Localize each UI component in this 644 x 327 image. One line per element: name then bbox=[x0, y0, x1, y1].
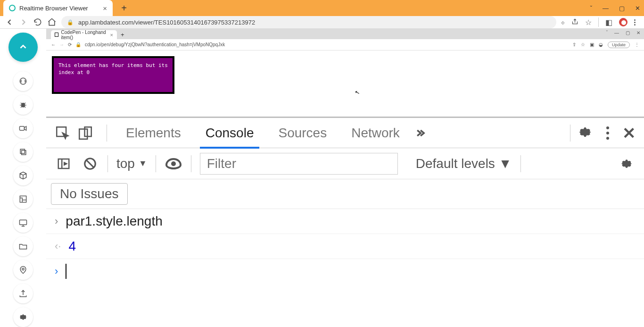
panel-icon[interactable]: ◧ bbox=[605, 18, 612, 27]
bug-icon[interactable] bbox=[13, 95, 33, 115]
page-content: This element has four items but its inde… bbox=[46, 50, 644, 117]
translate-icon[interactable]: ⟐ bbox=[561, 19, 565, 26]
live-expression-icon[interactable] bbox=[165, 155, 182, 173]
inner-maximize-icon[interactable]: ▢ bbox=[626, 30, 630, 35]
profile-avatar[interactable] bbox=[619, 18, 627, 26]
reload-icon[interactable] bbox=[33, 17, 42, 27]
inner-tab-close[interactable]: × bbox=[110, 32, 113, 38]
svg-rect-2 bbox=[20, 126, 25, 130]
filter-input[interactable] bbox=[200, 153, 398, 175]
inner-close-icon[interactable]: ✕ bbox=[636, 30, 640, 35]
address-bar: 🔒 app.lambdatest.com/viewer/TES101605314… bbox=[0, 16, 644, 29]
gear-icon[interactable] bbox=[13, 307, 33, 327]
browser-title-bar: Realtime Browser Viewer × + ˇ — ▢ ✕ bbox=[0, 0, 644, 16]
devtools-close-icon[interactable]: ✕ bbox=[622, 124, 636, 143]
inner-star-icon[interactable]: ☆ bbox=[581, 42, 585, 47]
back-icon[interactable] bbox=[5, 17, 14, 27]
copy-icon[interactable] bbox=[13, 142, 33, 162]
browser-tab[interactable]: Realtime Browser Viewer × bbox=[3, 0, 113, 16]
console-toolbar: top▼ Default levels▼ bbox=[46, 148, 644, 179]
inner-menu-icon[interactable]: ⋮ bbox=[635, 42, 639, 47]
output-arrow-icon: ‹· bbox=[55, 240, 61, 252]
inner-browser-tabs: CodePen - Longhand item() × + ˇ — ▢ ✕ bbox=[46, 29, 644, 39]
inner-ext-icon[interactable]: ▣ bbox=[590, 42, 594, 47]
tab-title: Realtime Browser Viewer bbox=[19, 5, 88, 12]
devtools-panel: Elements Console Sources Network ✕ top▼ … bbox=[46, 117, 644, 327]
lock-icon: 🔒 bbox=[67, 19, 74, 25]
tab-elements[interactable]: Elements bbox=[114, 118, 193, 148]
maximize-icon[interactable]: ▢ bbox=[619, 5, 625, 12]
inner-forward-icon[interactable]: → bbox=[59, 42, 64, 47]
inner-favicon bbox=[55, 33, 58, 37]
prompt-arrow-icon: › bbox=[55, 265, 58, 277]
home-icon[interactable] bbox=[47, 17, 57, 27]
inner-share-icon[interactable]: ⇪ bbox=[572, 42, 576, 47]
inner-tab[interactable]: CodePen - Longhand item() × bbox=[51, 30, 117, 39]
console-input-row: › par1.style.length bbox=[46, 209, 644, 234]
device-icon[interactable] bbox=[77, 125, 93, 141]
issues-row: No Issues bbox=[46, 179, 644, 209]
svg-rect-4 bbox=[22, 151, 26, 155]
console-result-row: ‹· 4 bbox=[46, 234, 644, 259]
inner-chevron-icon[interactable]: ˇ bbox=[606, 30, 608, 35]
inner-new-tab[interactable]: + bbox=[121, 31, 124, 38]
inner-address-bar: ← → ⟳ 🔒 cdpn.io/pen/debug/YzjQbwN?authen… bbox=[46, 39, 644, 50]
star-icon[interactable]: ☆ bbox=[585, 18, 592, 27]
new-tab-button[interactable]: + bbox=[117, 1, 131, 15]
tab-console[interactable]: Console bbox=[193, 118, 266, 148]
svg-point-7 bbox=[22, 268, 24, 270]
context-selector[interactable]: top▼ bbox=[116, 156, 147, 171]
tab-sources[interactable]: Sources bbox=[266, 118, 339, 148]
log-levels-selector[interactable]: Default levels▼ bbox=[416, 156, 512, 171]
tab-network[interactable]: Network bbox=[339, 118, 412, 148]
devtools-tabs: Elements Console Sources Network ✕ bbox=[46, 118, 644, 148]
console-settings-icon[interactable] bbox=[618, 155, 636, 173]
window-controls: ˇ — ▢ ✕ bbox=[590, 5, 640, 12]
folder-icon[interactable] bbox=[13, 236, 33, 256]
tab-favicon bbox=[9, 5, 16, 11]
text-cursor bbox=[66, 264, 66, 279]
console-code: par1.style.length bbox=[66, 214, 162, 229]
menu-icon[interactable] bbox=[634, 19, 636, 25]
url-text: app.lambdatest.com/viewer/TES10160531401… bbox=[78, 19, 255, 26]
minimize-icon[interactable]: — bbox=[603, 5, 609, 12]
svg-rect-5 bbox=[20, 196, 26, 202]
sidebar-toggle-icon[interactable] bbox=[55, 155, 73, 173]
issues-button[interactable]: No Issues bbox=[51, 183, 128, 205]
devtools-gear-icon[interactable] bbox=[577, 124, 593, 142]
close-window-icon[interactable]: ✕ bbox=[635, 5, 640, 12]
inspect-icon[interactable] bbox=[55, 125, 71, 141]
inner-minimize-icon[interactable]: — bbox=[614, 30, 619, 35]
console-output: › par1.style.length ‹· 4 › bbox=[46, 209, 644, 327]
more-tabs-icon[interactable] bbox=[412, 125, 428, 141]
tab-close-icon[interactable]: × bbox=[103, 4, 107, 12]
update-button[interactable]: Update bbox=[608, 42, 630, 48]
upload-icon[interactable] bbox=[13, 284, 33, 303]
layout-icon[interactable] bbox=[13, 189, 33, 209]
box-icon[interactable] bbox=[13, 166, 33, 185]
svg-rect-9 bbox=[79, 129, 87, 139]
inner-tab-title: CodePen - Longhand item() bbox=[61, 30, 107, 40]
share-icon[interactable] bbox=[571, 18, 578, 27]
inner-back-icon[interactable]: ← bbox=[51, 42, 56, 47]
input-arrow-icon: › bbox=[55, 215, 58, 227]
video-icon[interactable] bbox=[13, 118, 33, 138]
inner-profile-icon[interactable]: ◒ bbox=[599, 42, 603, 47]
demo-element: This element has four items but its inde… bbox=[52, 56, 174, 94]
svg-rect-3 bbox=[20, 149, 25, 153]
monitor-icon[interactable] bbox=[13, 213, 33, 233]
devtools-menu-icon[interactable] bbox=[606, 126, 609, 140]
inner-lock-icon: 🔒 bbox=[75, 42, 81, 47]
collapse-fab[interactable] bbox=[8, 33, 38, 62]
console-prompt-row[interactable]: › bbox=[46, 259, 644, 284]
url-input[interactable]: 🔒 app.lambdatest.com/viewer/TES101605314… bbox=[61, 16, 556, 28]
forward-icon[interactable] bbox=[19, 17, 28, 27]
pin-icon[interactable] bbox=[13, 260, 33, 280]
chevron-down-icon[interactable]: ˇ bbox=[590, 5, 592, 12]
inner-url[interactable]: cdpn.io/pen/debug/YzjQbwN?authentication… bbox=[85, 42, 569, 47]
main-area: CodePen - Longhand item() × + ˇ — ▢ ✕ ← … bbox=[46, 29, 644, 327]
inner-reload-icon[interactable]: ⟳ bbox=[68, 42, 72, 47]
console-result: 4 bbox=[68, 239, 76, 254]
switch-icon[interactable] bbox=[13, 71, 33, 91]
clear-console-icon[interactable] bbox=[81, 155, 99, 173]
